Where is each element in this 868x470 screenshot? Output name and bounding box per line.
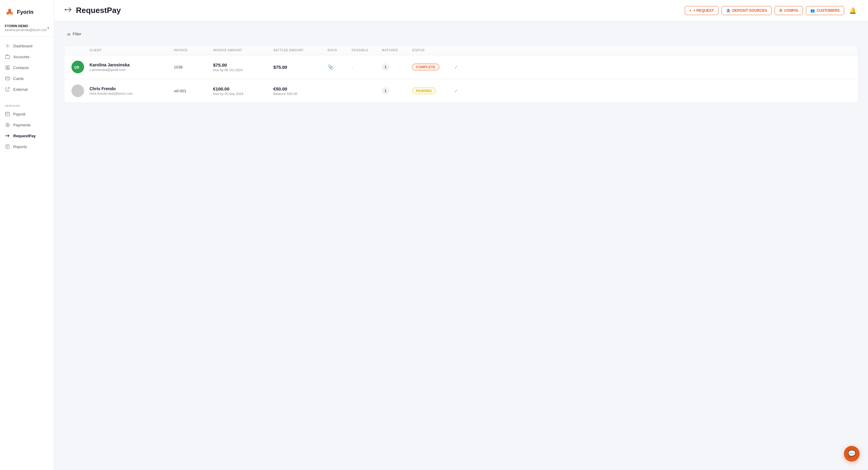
- filter-button[interactable]: ⚌ Filter: [64, 30, 84, 38]
- svg-text:QB: QB: [74, 65, 79, 69]
- client-avatar-cell-2: [71, 85, 90, 97]
- sidebar-item-external-label: External: [13, 87, 28, 92]
- services-nav: SERVICES Payroll Payments RequestPay Rep…: [0, 98, 54, 156]
- gear-icon: ⚙: [779, 8, 782, 13]
- svg-point-15: [6, 136, 7, 136]
- matched-cell: 1: [382, 63, 412, 70]
- table-row: Chris Frendo chris.frendo+test@fyorin.co…: [64, 79, 858, 102]
- filter-bar: ⚌ Filter: [64, 30, 858, 38]
- external-icon: [5, 87, 10, 92]
- docs-cell[interactable]: 📎: [328, 64, 352, 70]
- deposit-icon: 🏦: [726, 8, 731, 13]
- logo-icon: [5, 7, 14, 17]
- services-label: SERVICES: [0, 102, 54, 109]
- logo-area: Fyorin: [0, 5, 54, 22]
- invoice-amount-2: €100.00: [213, 86, 273, 91]
- col-header-invoice: INVOICE: [174, 49, 213, 52]
- check-cell[interactable]: ✓: [454, 64, 469, 70]
- status-cell-2: PENDING: [412, 87, 454, 94]
- chevron-down-icon: ▾: [47, 26, 49, 30]
- payroll-icon: [5, 111, 10, 117]
- invoice-due: Due by 06 Oct 2024: [213, 68, 273, 72]
- col-header-avatar: [71, 49, 90, 52]
- sidebar-item-contacts[interactable]: Contacts: [0, 62, 54, 73]
- page-title: RequestPay: [76, 6, 121, 15]
- sidebar-item-contacts-label: Contacts: [13, 65, 29, 70]
- check-cell-2[interactable]: ✓: [454, 88, 469, 94]
- client-name-2: Chris Frendo: [90, 86, 174, 91]
- header-actions: + + REQUEST 🏦 DEPOSIT SOURCES ⚙ CONFIG 👥…: [685, 5, 858, 16]
- accounts-icon: [5, 54, 10, 59]
- status-badge-2: PENDING: [412, 87, 436, 94]
- sidebar-item-external[interactable]: External: [0, 84, 54, 95]
- contacts-icon: [5, 65, 10, 70]
- client-avatar-cell: QB: [71, 61, 90, 73]
- invoice-amount: $75.00: [213, 62, 273, 67]
- config-button[interactable]: ⚙ CONFIG: [775, 6, 803, 15]
- sidebar-item-accounts[interactable]: Accounts: [0, 51, 54, 62]
- col-header-action: [454, 49, 469, 52]
- cards-icon: [5, 76, 10, 81]
- matched-cell-2: 1: [382, 87, 412, 94]
- col-header-possible: POSSIBLE: [352, 49, 382, 52]
- sidebar-item-reports[interactable]: Reports: [0, 141, 54, 152]
- col-header-invoice-amount: INVOICE AMOUNT: [213, 49, 273, 52]
- svg-rect-8: [5, 77, 10, 80]
- matched-badge: 1: [382, 63, 389, 70]
- col-header-client: CLIENT: [90, 49, 174, 52]
- col-header-settled-amount: SETTLED AMOUNT: [273, 49, 328, 52]
- invoice-number: 1038: [174, 65, 183, 69]
- svg-line-10: [7, 87, 9, 90]
- client-name: Karolina Jarosinska: [90, 62, 174, 67]
- requestpay-header-icon: [64, 5, 72, 16]
- attachment-icon[interactable]: 📎: [328, 64, 334, 70]
- check-icon-2[interactable]: ✓: [454, 88, 458, 93]
- logo-text: Fyorin: [17, 9, 33, 16]
- sidebar-item-dashboard[interactable]: Dashboard: [0, 40, 54, 51]
- table-row: QB Karolina Jarosinska c.jarosinska@gmai…: [64, 55, 858, 79]
- status-badge: COMPLETE: [412, 64, 439, 70]
- svg-rect-5: [5, 56, 10, 59]
- user-info[interactable]: FYORIN DEMO karolina.jarosinska@fyorin.c…: [0, 22, 54, 37]
- content-area: ⚌ Filter CLIENT INVOICE INVOICE AMOUNT S…: [54, 21, 868, 470]
- chat-icon: 💬: [848, 450, 856, 458]
- reports-icon: [5, 144, 10, 149]
- bell-icon: 🔔: [849, 7, 857, 14]
- settled-amount-2: €50.00: [273, 86, 328, 91]
- sidebar-item-payroll[interactable]: Payroll: [0, 109, 54, 119]
- sidebar-item-dashboard-label: Dashboard: [13, 44, 33, 48]
- request-button[interactable]: + + REQUEST: [685, 6, 718, 15]
- settled-sub-2: Balance: €50.00: [273, 92, 328, 96]
- sidebar-item-requestpay-label: RequestPay: [13, 134, 36, 138]
- settled-amount: $75.00: [273, 64, 328, 70]
- deposit-sources-button[interactable]: 🏦 DEPOSIT SOURCES: [721, 6, 772, 15]
- settled-amount-cell: $75.00: [273, 64, 328, 70]
- table-header: CLIENT INVOICE INVOICE AMOUNT SETTLED AM…: [64, 46, 858, 55]
- svg-point-4: [7, 45, 8, 47]
- sidebar-item-accounts-label: Accounts: [13, 55, 29, 59]
- sidebar-item-requestpay[interactable]: RequestPay: [0, 130, 54, 141]
- header-left: RequestPay: [64, 5, 121, 16]
- settled-amount-cell-2: €50.00 Balance: €50.00: [273, 86, 328, 96]
- invoice-amount-cell-2: €100.00 Due by 20 Sep 2024: [213, 86, 273, 96]
- dashboard-icon: [5, 43, 10, 49]
- plus-icon: +: [689, 8, 691, 13]
- chat-bubble-button[interactable]: 💬: [844, 446, 860, 462]
- check-icon[interactable]: ✓: [454, 64, 458, 70]
- customers-button[interactable]: 👥 CUSTOMERS: [806, 6, 844, 15]
- client-info-cell-2: Chris Frendo chris.frendo+test@fyorin.co…: [90, 86, 174, 95]
- notifications-button[interactable]: 🔔: [847, 5, 858, 16]
- client-avatar-2: [71, 85, 84, 97]
- col-header-docs: DOCS: [328, 49, 352, 52]
- invoice-number-2: ref-001: [174, 89, 186, 93]
- client-info-cell: Karolina Jarosinska c.jarosinska@gmail.c…: [90, 62, 174, 71]
- invoice-due-2: Due by 20 Sep 2024: [213, 92, 273, 96]
- sidebar-item-payments[interactable]: Payments: [0, 119, 54, 130]
- user-name: FYORIN DEMO: [5, 24, 47, 28]
- possible-value: -: [352, 64, 353, 69]
- main-content: RequestPay + + REQUEST 🏦 DEPOSIT SOURCES…: [54, 0, 868, 470]
- client-email: c.jarosinska@gmail.com: [90, 68, 174, 71]
- col-header-matched: MATCHED: [382, 49, 412, 52]
- main-nav: Dashboard Accounts Contacts Cards Extern…: [0, 37, 54, 98]
- sidebar-item-cards[interactable]: Cards: [0, 73, 54, 84]
